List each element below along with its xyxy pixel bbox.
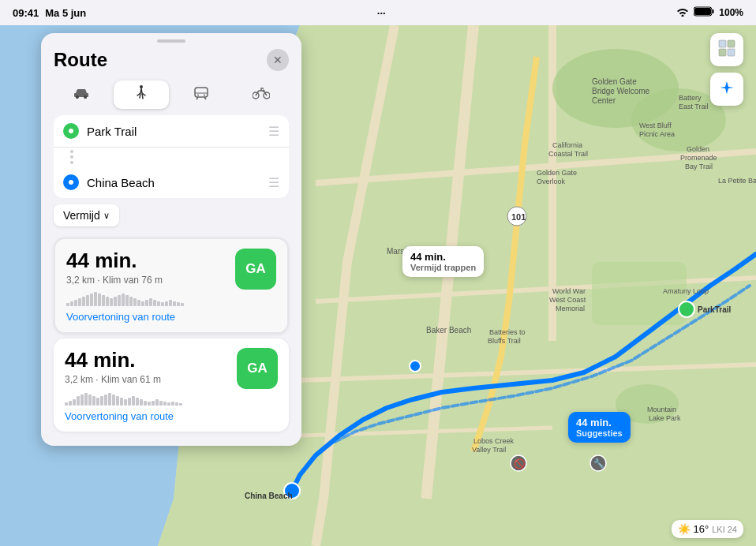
location-button[interactable] (710, 73, 743, 106)
svg-text:Golden: Golden (687, 145, 709, 153)
avoid-section: Vermijd ∨ (41, 198, 301, 233)
svg-text:Bay Trail: Bay Trail (685, 163, 713, 170)
svg-text:🚫: 🚫 (514, 458, 526, 469)
svg-text:Lobos Creek: Lobos Creek (473, 437, 515, 445)
callout-vermijd-trappen: 44 min. Vermijd trappen (402, 246, 484, 277)
svg-point-59 (69, 180, 73, 185)
map-type-icon (718, 39, 735, 61)
route-2-details: 3,2 km · Klim van 61 m (65, 374, 182, 385)
svg-text:West Bluff: West Bluff (639, 122, 672, 129)
callout-suggesties: 44 min. Suggesties (568, 412, 631, 443)
transport-bike-button[interactable] (234, 80, 289, 109)
svg-text:🔧: 🔧 (593, 458, 604, 469)
map-type-button[interactable] (710, 33, 743, 66)
svg-text:Lake Park: Lake Park (649, 414, 681, 422)
map-overlay-buttons (710, 33, 743, 106)
svg-text:Overlook: Overlook (537, 178, 566, 185)
route-2-preview-link[interactable]: Voorvertoning van route (65, 410, 182, 422)
svg-text:Valley Trail: Valley Trail (472, 446, 506, 454)
location-icon (719, 80, 735, 99)
waypoint-start-row: Park Trail ☰ (54, 115, 289, 148)
transport-car-button[interactable] (54, 80, 109, 109)
three-dots-icon: ··· (377, 7, 386, 19)
panel-title: Route (54, 49, 107, 71)
route-panel: Route ✕ (41, 33, 301, 446)
route-2-elevation (65, 390, 182, 406)
transport-walk-button[interactable] (114, 80, 169, 109)
transport-transit-button[interactable] (174, 80, 229, 109)
route-1-go-label: GA (245, 261, 266, 277)
svg-text:East Trail: East Trail (679, 103, 709, 110)
route-1-go-button[interactable]: GA (235, 249, 276, 290)
svg-rect-52 (195, 88, 208, 97)
avoid-button[interactable]: Vermijd ∨ (54, 204, 119, 226)
svg-text:Mountain: Mountain (647, 406, 676, 413)
battery-pct: 100% (719, 7, 743, 18)
callout-blue-time: 44 min. (576, 417, 623, 428)
callout-time: 44 min. (410, 251, 476, 263)
waypoints: Park Trail ☰ China Beach ☰ (54, 115, 289, 198)
avoid-label: Vermijd (63, 209, 100, 222)
svg-text:Memorial: Memorial (556, 305, 585, 312)
chevron-down-icon: ∨ (103, 211, 110, 221)
svg-text:West Coast: West Coast (549, 296, 586, 304)
status-right: 100% (676, 6, 743, 19)
waypoint-end-handle[interactable]: ☰ (268, 175, 279, 190)
weather-lki: LKI 24 (712, 525, 737, 534)
svg-text:101: 101 (511, 212, 526, 222)
svg-rect-47 (719, 49, 726, 56)
svg-text:La Petite Baleine: La Petite Baleine (718, 177, 756, 185)
waypoint-start-dot (63, 123, 79, 139)
svg-text:Battery: Battery (679, 94, 702, 102)
svg-text:Promenade: Promenade (680, 154, 717, 162)
status-left: 09:41 Ma 5 jun (13, 7, 86, 19)
route-1-info: 44 min. 3,2 km · Klim van 76 m (66, 249, 184, 323)
callout-subtitle: Vermijd trappen (410, 263, 476, 272)
svg-point-50 (84, 95, 87, 99)
route-2-time: 44 min. (65, 348, 182, 372)
weather-temp: 16° (694, 523, 709, 535)
close-icon: ✕ (273, 54, 283, 66)
svg-point-57 (263, 89, 265, 92)
panel-header: Route ✕ (41, 43, 301, 74)
close-button[interactable]: ✕ (267, 49, 289, 71)
callout-blue-subtitle: Suggesties (576, 428, 623, 438)
svg-text:World War: World War (552, 287, 586, 295)
svg-rect-48 (728, 49, 735, 56)
status-three-dots: ··· (377, 7, 386, 19)
battery-icon (694, 6, 714, 19)
route-option-2: 44 min. 3,2 km · Klim van 61 m (54, 338, 289, 432)
waypoint-start-handle[interactable]: ☰ (268, 124, 279, 139)
weather-icon: ☀️ (678, 523, 691, 535)
route-1-preview-link[interactable]: Voorvertoning van route (66, 311, 184, 323)
waypoint-start-label: Park Trail (87, 125, 260, 138)
waypoint-end-label: China Beach (87, 176, 260, 189)
svg-text:Golden Gate: Golden Gate (592, 77, 637, 86)
svg-text:China Beach: China Beach (245, 492, 293, 500)
route-1-elevation (66, 290, 184, 306)
svg-point-49 (76, 95, 79, 99)
svg-text:Picnic Area: Picnic Area (639, 130, 675, 138)
svg-point-37 (410, 361, 421, 372)
route-2-info: 44 min. 3,2 km · Klim van 61 m (65, 348, 182, 422)
svg-text:Golden Gate: Golden Gate (537, 169, 577, 177)
waypoint-end-row: China Beach ☰ (54, 166, 289, 198)
svg-text:ParkTrail: ParkTrail (698, 305, 731, 314)
waypoint-end-dot (63, 174, 79, 190)
svg-rect-1 (694, 8, 711, 15)
svg-text:Bluffs Trail: Bluffs Trail (488, 337, 521, 345)
svg-point-54 (204, 94, 205, 95)
status-bar: 09:41 Ma 5 jun ··· 100% (0, 0, 756, 25)
svg-text:Center: Center (592, 96, 616, 105)
svg-rect-45 (719, 40, 726, 47)
route-2-go-label: GA (247, 361, 268, 376)
svg-point-53 (197, 94, 199, 95)
walk-icon (135, 85, 148, 105)
bike-icon (253, 87, 270, 103)
svg-text:California: California (552, 141, 582, 149)
svg-text:Bridge Welcome: Bridge Welcome (592, 87, 650, 95)
svg-text:Baker Beach: Baker Beach (426, 326, 471, 335)
route-1-details: 3,2 km · Klim van 76 m (66, 275, 184, 286)
route-2-go-button[interactable]: GA (237, 348, 278, 389)
svg-text:Batteries to: Batteries to (489, 328, 526, 336)
